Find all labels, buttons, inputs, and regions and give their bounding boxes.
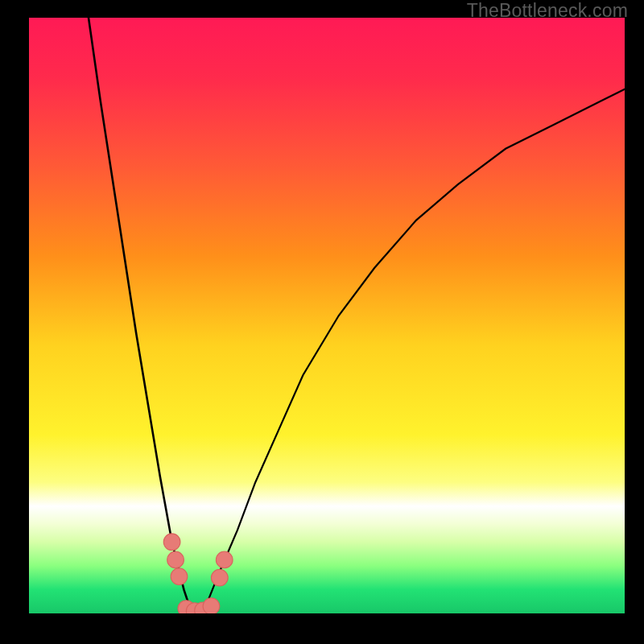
curve-left-branch xyxy=(89,18,196,613)
chart-stage: TheBottleneck.com xyxy=(0,0,644,644)
bottleneck-curve xyxy=(29,18,625,613)
curve-right-branch xyxy=(196,89,625,613)
dot-left-3 xyxy=(171,568,188,585)
watermark-text: TheBottleneck.com xyxy=(467,0,628,22)
plot-area xyxy=(29,18,625,613)
dot-left-1 xyxy=(163,534,180,551)
dot-left-2 xyxy=(167,551,184,568)
dot-right-2 xyxy=(216,551,233,568)
marker-layer xyxy=(163,534,233,613)
dot-right-1 xyxy=(211,569,228,586)
dot-floor-4 xyxy=(203,598,220,613)
